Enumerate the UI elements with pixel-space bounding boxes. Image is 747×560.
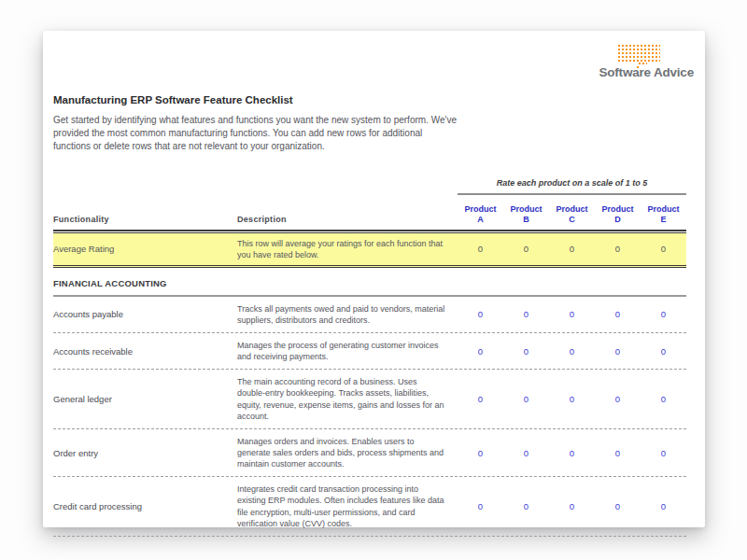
table-row: Accounts receivable Manages the process … bbox=[53, 333, 686, 370]
rating-cell-product-e[interactable]: 0 bbox=[641, 501, 686, 511]
rating-cell-product-d[interactable]: 0 bbox=[595, 448, 641, 458]
average-value-product-a: 0 bbox=[458, 244, 503, 254]
rating-cell-product-a[interactable]: 0 bbox=[458, 346, 503, 357]
rating-cell-product-c[interactable]: 0 bbox=[549, 346, 595, 357]
product-letter: B bbox=[503, 215, 549, 225]
feature-checklist-table: Rate each product on a scale of 1 to 5 F… bbox=[53, 178, 686, 537]
rating-cell-product-c[interactable]: 0 bbox=[549, 448, 595, 458]
table-header-row: Functionality Description Product A Prod… bbox=[53, 195, 686, 231]
functionality-cell: Order entry bbox=[53, 448, 237, 458]
rating-cell-product-b[interactable]: 0 bbox=[503, 309, 549, 319]
functionality-cell: General ledger bbox=[53, 394, 237, 404]
table-row: Order entry Manages orders and invoices.… bbox=[53, 429, 686, 477]
description-cell: Tracks all payments owed and paid to ven… bbox=[237, 303, 458, 326]
product-letter: D bbox=[595, 215, 641, 225]
table-row: Accounts payable Tracks all payments owe… bbox=[53, 297, 686, 333]
brand-name: Software Advice bbox=[599, 65, 694, 79]
functionality-cell: Accounts receivable bbox=[53, 346, 237, 357]
rating-scale-caption: Rate each product on a scale of 1 to 5 bbox=[458, 178, 686, 195]
rating-cell-product-c[interactable]: 0 bbox=[549, 501, 595, 511]
rating-cell-product-e[interactable]: 0 bbox=[641, 346, 686, 357]
rating-cell-product-a[interactable]: 0 bbox=[458, 448, 503, 458]
rating-cell-product-d[interactable]: 0 bbox=[595, 346, 641, 357]
column-header-product-b: Product B bbox=[503, 195, 549, 230]
average-value-product-c: 0 bbox=[549, 244, 595, 254]
intro-paragraph: Get started by identifying what features… bbox=[53, 114, 457, 153]
average-value-product-e: 0 bbox=[641, 244, 686, 254]
rating-cell-product-c[interactable]: 0 bbox=[549, 394, 595, 404]
functionality-cell: Accounts payable bbox=[53, 309, 237, 319]
description-cell: Manages the process of generating custom… bbox=[237, 340, 458, 362]
product-name: Product bbox=[595, 204, 641, 215]
page-title: Manufacturing ERP Software Feature Check… bbox=[53, 94, 694, 105]
description-cell: Integrates credit card transaction proce… bbox=[237, 483, 458, 529]
functionality-cell: Average Rating bbox=[53, 244, 237, 254]
column-header-product-a: Product A bbox=[458, 195, 503, 230]
average-value-product-b: 0 bbox=[503, 244, 549, 254]
product-name: Product bbox=[503, 204, 549, 215]
rating-cell-product-b[interactable]: 0 bbox=[503, 448, 549, 458]
rating-cell-product-e[interactable]: 0 bbox=[641, 448, 686, 458]
column-header-product-e: Product E bbox=[641, 195, 686, 230]
product-letter: E bbox=[641, 215, 686, 225]
rating-cell-product-c[interactable]: 0 bbox=[549, 309, 595, 319]
column-header-description: Description bbox=[237, 202, 458, 230]
table-row: Credit card processing Integrates credit… bbox=[53, 477, 686, 537]
functionality-cell: Credit card processing bbox=[53, 501, 237, 511]
product-name: Product bbox=[641, 204, 686, 215]
description-cell: This row will average your ratings for e… bbox=[237, 238, 458, 260]
description-cell: Manages orders and invoices. Enables use… bbox=[237, 436, 458, 469]
description-cell: The main accounting record of a business… bbox=[237, 376, 458, 422]
rating-cell-product-e[interactable]: 0 bbox=[641, 309, 686, 319]
product-letter: A bbox=[458, 215, 503, 225]
rating-cell-product-a[interactable]: 0 bbox=[458, 501, 503, 511]
rating-cell-product-b[interactable]: 0 bbox=[503, 346, 549, 357]
product-name: Product bbox=[458, 204, 503, 215]
rating-scale-caption-row: Rate each product on a scale of 1 to 5 bbox=[53, 178, 686, 195]
column-header-functionality: Functionality bbox=[53, 202, 237, 230]
rating-cell-product-a[interactable]: 0 bbox=[458, 394, 503, 404]
rating-cell-product-e[interactable]: 0 bbox=[641, 394, 686, 404]
product-letter: C bbox=[549, 215, 595, 225]
document-page: Software Advice Manufacturing ERP Softwa… bbox=[43, 31, 705, 527]
rating-cell-product-b[interactable]: 0 bbox=[503, 501, 549, 511]
average-value-product-d: 0 bbox=[595, 244, 641, 254]
product-name: Product bbox=[549, 204, 595, 215]
brand-logo: Software Advice bbox=[53, 38, 694, 87]
rating-cell-product-b[interactable]: 0 bbox=[503, 394, 549, 404]
section-header-financial-accounting: FINANCIAL ACCOUNTING bbox=[53, 268, 686, 297]
average-rating-row: Average Rating This row will average you… bbox=[53, 232, 686, 268]
column-header-product-c: Product C bbox=[549, 195, 595, 230]
rating-cell-product-d[interactable]: 0 bbox=[595, 501, 641, 511]
table-row: General ledger The main accounting recor… bbox=[53, 370, 686, 429]
rating-cell-product-d[interactable]: 0 bbox=[595, 309, 641, 319]
rating-cell-product-d[interactable]: 0 bbox=[595, 394, 641, 404]
rating-cell-product-a[interactable]: 0 bbox=[458, 309, 503, 319]
column-header-product-d: Product D bbox=[595, 195, 641, 230]
